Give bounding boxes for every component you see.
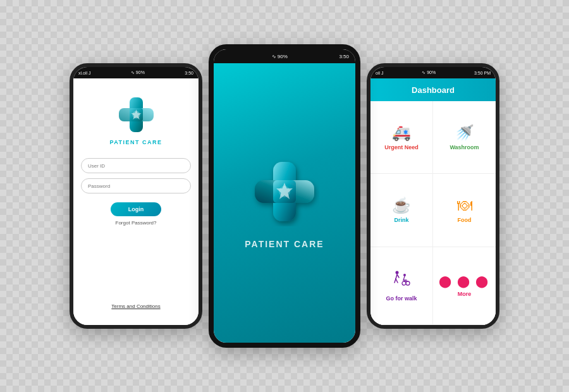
phone-dashboard: oll J ∿ 90% 3:50 PM Dashboard 🚑 Urgent N… — [367, 63, 499, 329]
washroom-icon: 🚿 — [455, 124, 474, 142]
dashboard-item-washroom[interactable]: 🚿 Washroom — [433, 101, 496, 174]
forgot-password-link[interactable]: Forgot Password? — [116, 220, 157, 226]
urgent-label: Urgent Need — [384, 144, 419, 150]
urgent-icon: 🚑 — [392, 124, 411, 142]
phone-splash: ∿ 90% 3:50 — [209, 44, 360, 348]
splash-screen: PATIENT CARE — [214, 63, 355, 343]
status-bar-center: ∿ 90% 3:50 — [214, 49, 355, 63]
status-bar-left: xl.oll J ∿ 90% 3:50 — [73, 67, 199, 78]
dashboard-item-urgent[interactable]: 🚑 Urgent Need — [370, 101, 433, 174]
dashboard-title: Dashboard — [412, 85, 455, 95]
splash-logo — [250, 157, 319, 226]
svg-point-9 — [279, 186, 290, 197]
user-id-input[interactable] — [81, 158, 191, 173]
status-right-wifi: ∿ 90% — [422, 70, 436, 75]
terms-conditions-link[interactable]: Terms and Conditions — [111, 303, 160, 315]
status-left-signal: xl.oll J — [78, 71, 90, 75]
status-bar-right: oll J ∿ 90% 3:50 PM — [370, 67, 496, 78]
svg-point-17 — [406, 281, 410, 285]
login-button[interactable]: Login — [111, 202, 161, 216]
status-left-time: 3:50 — [185, 71, 193, 75]
login-logo — [116, 94, 157, 135]
status-wifi-icon: ∿ 90% — [131, 70, 145, 75]
svg-line-11 — [396, 274, 397, 279]
dashboard-item-drink[interactable]: ☕ Drink — [370, 174, 433, 247]
drink-label: Drink — [394, 217, 408, 223]
dashboard-grid: 🚑 Urgent Need 🚿 Washroom ☕ Drink 🍽 Food — [370, 101, 496, 325]
splash-brand: PATIENT CARE — [245, 239, 324, 249]
svg-point-10 — [396, 271, 399, 274]
walk-label: Go for walk — [386, 295, 417, 302]
food-icon: 🍽 — [457, 197, 472, 214]
password-input[interactable] — [81, 178, 191, 193]
status-right-time: 3:50 PM — [474, 71, 491, 75]
status-center-time: 3:50 — [339, 54, 349, 59]
svg-line-12 — [397, 274, 399, 278]
drink-icon: ☕ — [392, 197, 411, 214]
washroom-label: Washroom — [450, 144, 479, 150]
svg-line-14 — [396, 279, 398, 283]
dashboard-item-more[interactable]: ⬤ ⬤ ⬤ More — [433, 247, 496, 325]
dashboard-item-walk[interactable]: Go for walk — [370, 247, 433, 325]
food-label: Food — [458, 217, 472, 223]
more-label: More — [458, 291, 472, 297]
login-screen: PATIENT CARE Login Forgot Password? Term… — [73, 78, 199, 325]
status-right-signal: oll J — [376, 71, 383, 75]
phone-login: xl.oll J ∿ 90% 3:50 — [70, 63, 202, 329]
dashboard-header: Dashboard — [370, 78, 496, 101]
dashboard-screen: Dashboard 🚑 Urgent Need 🚿 Washroom ☕ Dri… — [370, 78, 496, 325]
svg-point-16 — [402, 281, 406, 285]
status-center-wifi: ∿ 90% — [272, 54, 288, 59]
more-icon: ⬤ ⬤ ⬤ — [439, 274, 489, 288]
dashboard-item-food[interactable]: 🍽 Food — [433, 174, 496, 247]
login-brand: PATIENT CARE — [109, 139, 162, 145]
phones-container: xl.oll J ∿ 90% 3:50 — [44, 19, 525, 373]
walk-icon — [392, 270, 411, 293]
